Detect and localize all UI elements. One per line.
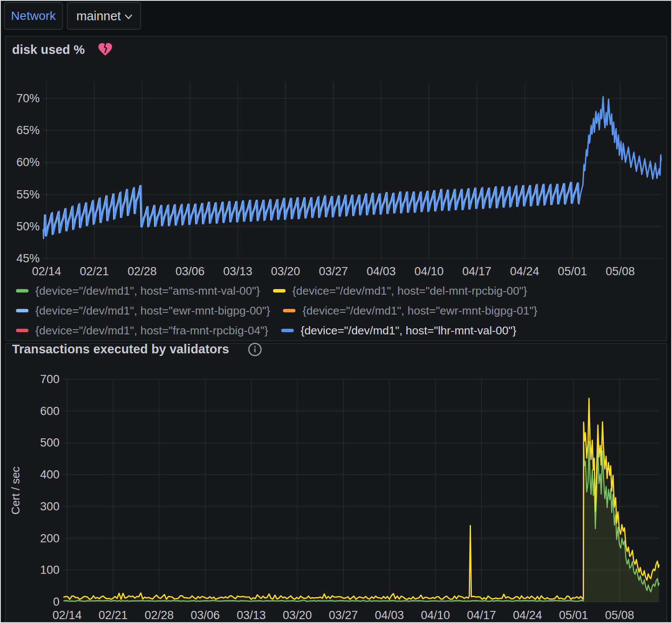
- y-tick-label: 70%: [16, 92, 40, 105]
- y-tick-label: 50%: [16, 220, 40, 233]
- variable-network-value[interactable]: mainnet: [76, 9, 121, 23]
- x-tick-label: 02/14: [32, 265, 61, 278]
- x-tick-label: 02/14: [53, 609, 82, 622]
- x-tick-label: 04/17: [462, 265, 492, 278]
- legend-series-label: {device="/dev/md1", host="ewr-mnt-bigpg-…: [35, 304, 270, 318]
- y-tick-label: 65%: [16, 124, 40, 137]
- x-tick-label: 02/28: [128, 265, 157, 278]
- x-tick-label: 03/27: [319, 265, 348, 278]
- x-tick-label: 05/01: [559, 609, 588, 622]
- panel-transactions-title[interactable]: Transactions executed by validators: [12, 342, 229, 356]
- x-tick-label: 04/24: [513, 609, 542, 622]
- info-dot: [254, 346, 256, 348]
- variable-network-label[interactable]: Network: [11, 9, 56, 23]
- x-tick-label: 03/13: [223, 265, 252, 278]
- legend-item[interactable]: {device="/dev/md1", host="lhr-mnt-val-00…: [281, 321, 516, 340]
- gridlines: [43, 82, 662, 258]
- y-tick-label: 200: [40, 532, 60, 545]
- y-tick-label: 500: [40, 436, 60, 449]
- variable-network-value-dropdown[interactable]: mainnet: [67, 2, 141, 30]
- x-tick-label: 05/01: [558, 265, 587, 278]
- legend-item[interactable]: {device="/dev/md1", host="ewr-mnt-bigpg-…: [16, 301, 270, 321]
- y-tick-label: 300: [40, 500, 60, 513]
- variable-network: Network: [4, 2, 63, 30]
- legend-series-label: {device="/dev/md1", host="ewr-mnt-bigpg-…: [302, 304, 537, 318]
- x-tick-label: 03/06: [176, 265, 205, 278]
- legend-item[interactable]: {device="/dev/md1", host="ams-mnt-val-00…: [16, 281, 260, 301]
- panel-disk-used: disk used % 45%50%55%60%65%70%02/1402/21…: [5, 36, 667, 341]
- x-tick-label: 03/13: [237, 609, 266, 622]
- series-fill: [64, 398, 659, 602]
- y-tick-label: 100: [40, 563, 60, 576]
- legend-series-color-dash: [16, 289, 28, 293]
- gridlines: [64, 379, 659, 602]
- y-axis-title: Cert / sec: [9, 466, 22, 514]
- series-line: [43, 98, 661, 239]
- x-tick-label: 05/08: [606, 265, 635, 278]
- x-tick-label: 04/03: [375, 609, 404, 622]
- legend-series-label: {device="/dev/md1", host="lhr-mnt-val-00…: [301, 324, 516, 337]
- panel-transactions: Transactions executed by validators 0100…: [5, 343, 667, 622]
- y-tick-label: 55%: [16, 188, 40, 201]
- x-tick-label: 03/27: [329, 609, 358, 622]
- panel-disk-used-header[interactable]: disk used %: [6, 37, 666, 62]
- y-tick-label: 700: [40, 373, 60, 386]
- info-circle-icon[interactable]: [248, 342, 262, 357]
- legend-series-label: {device="/dev/md1", host="del-mnt-rpcbig…: [292, 284, 527, 298]
- legend-series-color-dash: [281, 329, 294, 332]
- transactions-chart[interactable]: 010020030040050060070002/1402/2102/2803/…: [6, 367, 666, 622]
- legend-series-color-dash: [16, 309, 28, 312]
- disk-used-chart[interactable]: 45%50%55%60%65%70%02/1402/2102/2803/0603…: [6, 65, 666, 281]
- series-line: [43, 97, 661, 237]
- x-tick-label: 02/21: [99, 609, 128, 622]
- x-tick-label: 03/06: [191, 609, 220, 622]
- series-line: [64, 441, 659, 601]
- x-tick-label: 04/24: [510, 265, 540, 278]
- legend-series-color-dash: [283, 309, 295, 312]
- x-tick-label: 03/20: [271, 265, 300, 278]
- disk-used-legend: {device="/dev/md1", host="ams-mnt-val-00…: [16, 281, 662, 340]
- info-stem: [254, 349, 256, 353]
- x-tick-label: 02/28: [144, 609, 174, 622]
- legend-series-label: {device="/dev/md1", host="ams-mnt-val-00…: [35, 284, 260, 298]
- x-tick-label: 04/10: [421, 609, 450, 622]
- legend-series-color-dash: [16, 329, 28, 332]
- x-tick-label: 04/10: [415, 265, 444, 278]
- legend-item[interactable]: {device="/dev/md1", host="ewr-mnt-bigpg-…: [283, 301, 537, 321]
- grafana-dashboard: {"window":{"frame_color":"#d9dadb"},"too…: [1, 1, 671, 622]
- x-tick-label: 04/17: [467, 609, 496, 622]
- x-tick-label: 02/21: [80, 265, 109, 278]
- panel-transactions-header[interactable]: Transactions executed by validators: [6, 342, 666, 356]
- heart-break-icon[interactable]: [97, 41, 113, 57]
- chevron-stroke: [126, 15, 132, 19]
- y-tick-label: 60%: [16, 156, 40, 169]
- legend-series-color-dash: [273, 289, 286, 293]
- x-tick-label: 05/08: [605, 609, 634, 622]
- x-tick-label: 03/20: [283, 609, 312, 622]
- y-tick-label: 600: [40, 405, 60, 418]
- panel-disk-used-title[interactable]: disk used %: [12, 43, 85, 57]
- y-tick-label: 45%: [16, 252, 40, 265]
- series-fill: [64, 441, 659, 602]
- series-line: [64, 398, 659, 599]
- x-tick-label: 04/03: [367, 265, 396, 278]
- legend-item[interactable]: {device="/dev/md1", host="fra-mnt-rpcbig…: [16, 321, 268, 340]
- legend-item[interactable]: {device="/dev/md1", host="del-mnt-rpcbig…: [273, 281, 527, 301]
- y-tick-label: 400: [40, 468, 60, 481]
- y-tick-label: 0: [53, 595, 60, 608]
- chevron-down-icon: [122, 10, 135, 23]
- legend-series-label: {device="/dev/md1", host="fra-mnt-rpcbig…: [35, 324, 268, 337]
